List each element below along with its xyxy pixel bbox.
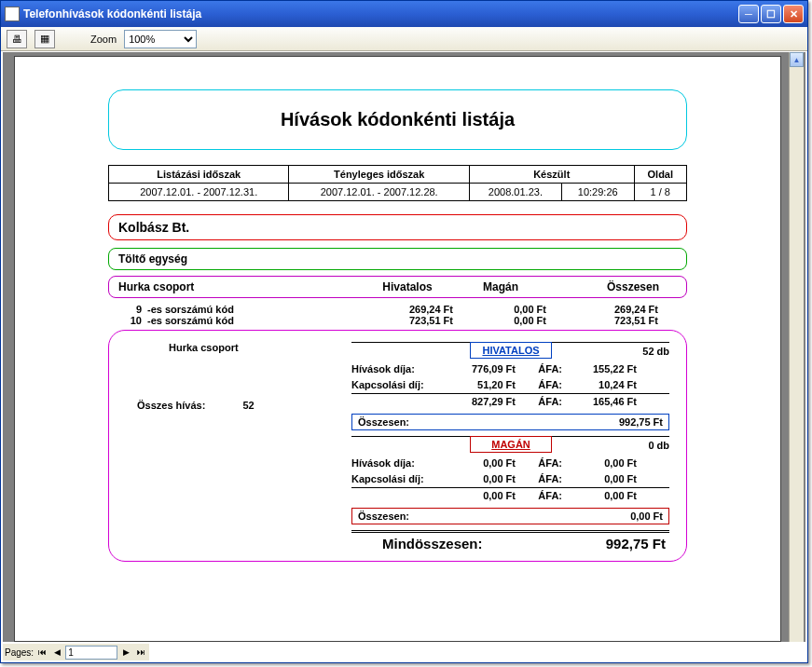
fee-row: Hívások díja: 0,00 Ft ÁFA: 0,00 Ft xyxy=(351,456,669,471)
company-box: Kolbász Bt. xyxy=(108,214,687,240)
first-page-button[interactable]: ⏮ xyxy=(35,646,48,659)
hdr-total: Összesen xyxy=(547,280,659,293)
val-list-period: 2007.12.01. - 2007.12.31. xyxy=(109,184,289,201)
subtotal-row: 0,00 Ft ÁFA: 0,00 Ft xyxy=(351,487,669,504)
toolbar: 🖶 ▦ Zoom 100% xyxy=(1,27,807,51)
row-total: 723,51 Ft xyxy=(546,315,658,326)
zoom-label: Zoom xyxy=(90,34,117,45)
printer-icon: 🖶 xyxy=(12,34,22,45)
report-title: Hívások kódonkénti listája xyxy=(281,109,515,129)
scroll-up-arrow-icon[interactable]: ▲ xyxy=(790,52,804,67)
maximize-button[interactable]: ☐ xyxy=(761,5,781,23)
val-page: 1 / 8 xyxy=(634,184,686,201)
total-calls-label: Összes hívás: xyxy=(137,400,205,411)
minimize-button[interactable]: ─ xyxy=(738,5,759,23)
group-name-hdr: Hurka csoport xyxy=(118,280,361,293)
close-button[interactable]: ✕ xyxy=(783,5,804,23)
section-head-private: MAGÁN 0 db xyxy=(351,436,669,453)
total-calls-count: 52 xyxy=(242,400,254,411)
hdr-list-period: Listázási időszak xyxy=(109,166,289,184)
val-created-date: 2008.01.23. xyxy=(469,184,561,201)
table-row: 10 -es sorszámú kód 723,51 Ft 0,00 Ft 72… xyxy=(117,315,678,326)
group-header: Hurka csoport Hivatalos Magán Összesen xyxy=(108,276,687,298)
report-title-box: Hívások kódonkénti listája xyxy=(108,89,687,150)
summary-group-name: Hurka csoport xyxy=(169,342,340,353)
fee-row: Kapcsolási díj: 0,00 Ft ÁFA: 0,00 Ft xyxy=(351,471,669,487)
section-head-official: HIVATALOS 52 db xyxy=(351,342,669,359)
row-total: 269,24 Ft xyxy=(546,304,658,315)
fee-row: Hívások díja: 776,09 Ft ÁFA: 155,22 Ft xyxy=(351,361,669,377)
last-page-button[interactable]: ⏭ xyxy=(134,646,147,659)
section-total-private: Összesen: 0,00 Ft xyxy=(351,508,669,524)
next-page-button[interactable]: ▶ xyxy=(119,646,132,659)
val-actual-period: 2007.12.01. - 2007.12.28. xyxy=(289,184,469,201)
fee-row: Kapcsolási díj: 51,20 Ft ÁFA: 10,24 Ft xyxy=(351,377,669,393)
summary-left: Hurka csoport Összes hívás: 52 xyxy=(126,342,340,551)
print-preview-window: Telefonhívások kódonkénti listája ─ ☐ ✕ … xyxy=(0,0,808,663)
row-label: -es sorszámú kód xyxy=(147,315,360,326)
titlebar: Telefonhívások kódonkénti listája ─ ☐ ✕ xyxy=(1,1,807,27)
row-official: 269,24 Ft xyxy=(360,304,453,315)
prev-page-button[interactable]: ◀ xyxy=(50,646,63,659)
zoom-select[interactable]: 100% xyxy=(124,30,197,48)
hdr-private: Magán xyxy=(454,280,547,293)
row-label: -es sorszámú kód xyxy=(147,304,360,315)
vertical-scrollbar[interactable]: ▲ xyxy=(789,52,804,642)
window-title: Telefonhívások kódonkénti listája xyxy=(23,7,738,20)
app-icon xyxy=(5,7,20,21)
subtotal-row: 827,29 Ft ÁFA: 165,46 Ft xyxy=(351,393,669,410)
grand-label: Mindösszesen: xyxy=(351,536,509,551)
info-table: Listázási időszak Tényleges időszak Kész… xyxy=(108,165,687,201)
pager-label: Pages: xyxy=(5,647,34,658)
official-count: 52 db xyxy=(567,346,669,357)
unit-name: Töltő egység xyxy=(118,252,187,265)
row-official: 723,51 Ft xyxy=(360,315,453,326)
summary-right: HIVATALOS 52 db Hívások díja: 776,09 Ft … xyxy=(351,342,669,551)
pager: Pages: ⏮ ◀ ▶ ⏭ xyxy=(3,644,149,660)
row-private: 0,00 Ft xyxy=(453,304,546,315)
hdr-official: Hivatalos xyxy=(361,280,454,293)
grand-total-row: Mindösszesen: 992,75 Ft xyxy=(351,530,669,551)
preview-area: ▲ Hívások kódonkénti listája Listázási i… xyxy=(3,52,805,642)
badge-private: MAGÁN xyxy=(470,436,552,453)
row-private: 0,00 Ft xyxy=(453,315,546,326)
unit-box: Töltő egység xyxy=(108,248,687,270)
print-button[interactable]: 🖶 xyxy=(7,30,27,48)
export-button[interactable]: ▦ xyxy=(34,30,55,48)
summary-box: Hurka csoport Összes hívás: 52 HIVATALOS xyxy=(108,330,687,562)
company-name: Kolbász Bt. xyxy=(118,220,189,235)
page-input[interactable] xyxy=(65,646,117,660)
row-num: 10 xyxy=(117,315,147,326)
val-created-time: 10:29:26 xyxy=(561,184,634,201)
row-num: 9 xyxy=(117,304,147,315)
hdr-actual-period: Tényleges időszak xyxy=(289,166,469,184)
table-row: 9 -es sorszámú kód 269,24 Ft 0,00 Ft 269… xyxy=(117,304,678,315)
section-total-official: Összesen: 992,75 Ft xyxy=(351,414,669,430)
data-rows: 9 -es sorszámú kód 269,24 Ft 0,00 Ft 269… xyxy=(108,304,687,330)
export-icon: ▦ xyxy=(40,33,49,45)
report-page: Hívások kódonkénti listája Listázási idő… xyxy=(14,56,781,642)
hdr-created: Készült xyxy=(469,166,634,184)
hdr-page: Oldal xyxy=(634,166,686,184)
badge-official: HIVATALOS xyxy=(470,342,552,359)
grand-value: 992,75 Ft xyxy=(509,536,667,551)
private-count: 0 db xyxy=(567,440,669,451)
